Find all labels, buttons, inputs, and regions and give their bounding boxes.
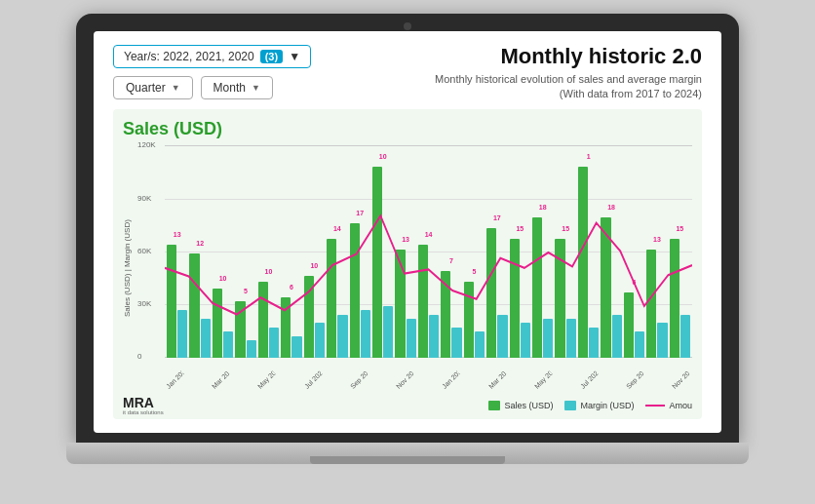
- chart-inner: 120K 90K 60K 30K: [136, 145, 692, 391]
- bar-value-label: 18: [539, 204, 547, 211]
- header-row: Year/s: 2022, 2021, 2020 (3) ▼ Quarter ▼…: [113, 45, 702, 102]
- x-axis-label: [280, 381, 301, 392]
- bar-value-label: 10: [379, 153, 387, 160]
- bar-value-label: 13: [174, 231, 181, 238]
- sales-bar: [327, 239, 336, 358]
- sales-bar: [578, 167, 588, 358]
- margin-bar: [680, 315, 690, 358]
- margin-bar: [497, 315, 507, 358]
- x-axis-label: [464, 381, 485, 392]
- quarter-filter-button[interactable]: Quarter ▼: [113, 76, 193, 99]
- legend-margin-label: Margin (USD): [580, 401, 634, 410]
- margin-bar: [635, 331, 644, 358]
- margin-bar: [337, 315, 347, 358]
- bar-group: 10: [372, 167, 393, 358]
- bar-value-label: 13: [653, 236, 661, 243]
- year-selector-label: Year/s: 2022, 2021, 2020: [124, 50, 254, 63]
- sales-bar: [235, 301, 245, 358]
- bar-value-label: 12: [196, 240, 204, 247]
- bar-value-label: 14: [425, 231, 433, 238]
- x-axis-label: May 2020: [256, 369, 276, 389]
- sub-title-line1: Monthly historical evolution of sales an…: [435, 73, 702, 85]
- sales-bar: [189, 253, 199, 358]
- bar-value-label: 15: [676, 225, 683, 232]
- bar-group: 14: [327, 239, 347, 358]
- margin-bar: [589, 328, 599, 358]
- x-axis-label: [326, 381, 347, 392]
- month-label: Month: [213, 81, 246, 95]
- bar-group: 13: [167, 245, 187, 358]
- bar-group: 5: [235, 301, 255, 358]
- bar-value-label: 18: [607, 204, 615, 211]
- chart-container: Sales (USD) Sales (USD) | Margin (USD) 1…: [113, 109, 702, 418]
- sales-bar: [281, 297, 291, 358]
- x-axis-label: [510, 381, 531, 392]
- sales-bar: [213, 289, 222, 358]
- margin-bar: [407, 319, 416, 358]
- sales-bar: [395, 250, 405, 358]
- bar-group: 13: [646, 250, 667, 358]
- x-axis-label: Nov 2021: [671, 369, 690, 389]
- bar-value-label: 10: [310, 262, 318, 269]
- month-filter-button[interactable]: Month ▼: [201, 76, 273, 99]
- bar-group: 14: [418, 245, 439, 358]
- bar-value-label: 17: [493, 214, 501, 221]
- sales-bar: [555, 239, 564, 358]
- sales-bar: [258, 282, 268, 358]
- x-axis-label: Mar 2020: [211, 369, 230, 389]
- legend-margin: Margin (USD): [564, 401, 634, 410]
- brand-name: MRA: [123, 396, 164, 409]
- bar-value-label: 10: [219, 275, 227, 282]
- x-axis-label: [371, 381, 393, 392]
- margin-bar: [657, 323, 667, 358]
- bar-value-label: 15: [516, 225, 524, 232]
- bar-value-label: 10: [265, 268, 273, 275]
- legend-items: Sales (USD) Margin (USD) Amou: [488, 401, 692, 410]
- sales-bar: [532, 217, 542, 358]
- x-axis-label: Sep 2020: [349, 369, 369, 389]
- bar-value-label: 6: [633, 279, 637, 286]
- bar-group: 17: [350, 223, 370, 358]
- bar-group: 13: [395, 250, 415, 358]
- x-axis-label: May 2021: [533, 369, 553, 389]
- bar-group: 17: [486, 228, 507, 358]
- bar-value-label: 5: [244, 288, 248, 294]
- margin-bar: [543, 319, 553, 358]
- brand-tagline: it data solutions: [123, 409, 164, 415]
- margin-bar: [475, 331, 485, 358]
- margin-bar: [247, 340, 256, 358]
- legend-amount: Amou: [645, 401, 692, 410]
- controls-section: Year/s: 2022, 2021, 2020 (3) ▼ Quarter ▼…: [113, 45, 311, 99]
- legend-margin-color: [564, 401, 576, 410]
- x-axis-label: Jul 2021: [579, 369, 599, 389]
- x-axis-label: Mar 2021: [487, 369, 507, 389]
- margin-bar: [566, 319, 576, 358]
- bar-group: 12: [189, 253, 210, 358]
- year-dropdown-arrow: ▼: [289, 50, 300, 63]
- y-axis-label: Sales (USD) | Margin (USD): [123, 145, 132, 391]
- x-axis-label: [648, 381, 670, 392]
- sales-bar: [304, 276, 314, 358]
- screen-bezel: Year/s: 2022, 2021, 2020 (3) ▼ Quarter ▼…: [76, 14, 739, 443]
- quarter-arrow-icon: ▼: [172, 83, 180, 93]
- laptop-base: [66, 443, 749, 464]
- camera: [404, 22, 411, 30]
- laptop-screen: Year/s: 2022, 2021, 2020 (3) ▼ Quarter ▼…: [94, 31, 721, 433]
- margin-bar: [177, 310, 187, 358]
- bar-group: 15: [555, 239, 575, 358]
- bar-value-label: 13: [402, 236, 409, 243]
- sub-title-line2: (With data from 2017 to 2024): [560, 88, 702, 99]
- x-axis-label: [556, 381, 577, 392]
- x-axis-label: Sep 2021: [625, 369, 644, 389]
- margin-bar: [612, 315, 622, 358]
- bar-value-label: 6: [290, 284, 293, 291]
- sales-bar: [372, 167, 382, 358]
- bar-group: 10: [258, 282, 279, 358]
- bar-group: 1: [578, 167, 599, 358]
- year-selector[interactable]: Year/s: 2022, 2021, 2020 (3) ▼: [113, 45, 311, 68]
- x-axis-label: [234, 381, 255, 392]
- sales-bar: [624, 292, 634, 358]
- x-axis-label: Nov 2020: [395, 369, 414, 389]
- sales-bar: [646, 250, 656, 358]
- bar-group: 7: [441, 271, 461, 358]
